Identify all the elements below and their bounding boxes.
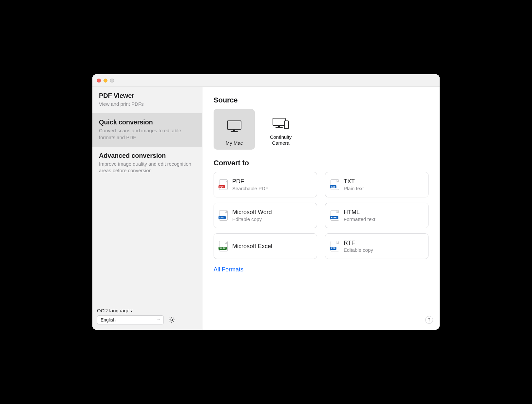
source-list: My Mac Continuity Camera bbox=[214, 109, 428, 150]
ocr-languages-label: OCR languages: bbox=[97, 308, 198, 313]
format-subtitle: Editable copy bbox=[344, 247, 373, 253]
svg-rect-1 bbox=[227, 121, 241, 129]
format-title: Microsoft Word bbox=[232, 209, 272, 216]
minimize-icon[interactable] bbox=[104, 79, 107, 83]
sidebar-item-subtitle: Improve image quality and edit recogniti… bbox=[99, 161, 196, 174]
sidebar: PDF Viewer View and print PDFs Quick con… bbox=[92, 87, 202, 330]
sidebar-item-pdf-viewer[interactable]: PDF Viewer View and print PDFs bbox=[92, 87, 202, 113]
titlebar bbox=[92, 74, 440, 87]
source-label: My Mac bbox=[226, 140, 243, 146]
format-subtitle: Searchable PDF bbox=[232, 186, 268, 191]
source-label: Continuity Camera bbox=[262, 134, 299, 147]
format-txt[interactable]: TXT TXT Plain text bbox=[325, 172, 428, 197]
window-body: PDF Viewer View and print PDFs Quick con… bbox=[92, 87, 440, 330]
rtf-file-icon: RTF bbox=[331, 241, 339, 251]
format-subtitle: Plain text bbox=[344, 186, 364, 191]
format-title: PDF bbox=[232, 178, 268, 185]
format-title: RTF bbox=[344, 240, 373, 247]
sidebar-list: PDF Viewer View and print PDFs Quick con… bbox=[92, 87, 202, 304]
main-content: Source My Mac bbox=[202, 87, 440, 330]
svg-rect-4 bbox=[231, 131, 238, 132]
chevron-down-icon bbox=[156, 317, 162, 323]
sidebar-item-title: Advanced conversion bbox=[99, 152, 196, 159]
format-pdf[interactable]: PDF PDF Searchable PDF bbox=[214, 172, 317, 197]
format-subtitle: Editable copy bbox=[232, 216, 272, 222]
svg-rect-3 bbox=[233, 129, 235, 131]
sidebar-item-subtitle: View and print PDFs bbox=[99, 101, 196, 107]
svg-rect-8 bbox=[284, 121, 289, 129]
ocr-language-select[interactable]: English bbox=[97, 315, 164, 324]
ocr-settings-button[interactable] bbox=[167, 315, 176, 324]
txt-file-icon: TXT bbox=[331, 179, 339, 190]
format-excel[interactable]: XLSX Microsoft Excel bbox=[214, 233, 317, 259]
sidebar-item-advanced-conversion[interactable]: Advanced conversion Improve image qualit… bbox=[92, 147, 202, 180]
gear-icon bbox=[168, 316, 175, 323]
app-window: PDF Viewer View and print PDFs Quick con… bbox=[92, 74, 440, 330]
svg-rect-5 bbox=[273, 118, 285, 125]
help-button[interactable]: ? bbox=[425, 316, 433, 324]
xlsx-file-icon: XLSX bbox=[219, 241, 228, 251]
pdf-file-icon: PDF bbox=[219, 179, 228, 190]
svg-rect-6 bbox=[278, 125, 280, 127]
svg-rect-7 bbox=[276, 127, 283, 128]
continuity-camera-icon bbox=[271, 112, 291, 134]
convert-heading: Convert to bbox=[214, 159, 428, 167]
format-grid: PDF PDF Searchable PDF TXT TXT Plain tex… bbox=[214, 172, 428, 259]
sidebar-footer: OCR languages: English bbox=[92, 304, 202, 330]
format-title: HTML bbox=[344, 209, 375, 216]
svg-point-0 bbox=[171, 319, 173, 321]
window-controls bbox=[97, 79, 114, 83]
format-title: TXT bbox=[344, 178, 364, 185]
zoom-icon[interactable] bbox=[110, 79, 114, 83]
all-formats-link[interactable]: All Formats bbox=[214, 266, 428, 273]
format-title: Microsoft Excel bbox=[232, 243, 272, 250]
format-html[interactable]: HTML HTML Formatted text bbox=[325, 203, 428, 228]
sidebar-item-subtitle: Convert scans and images to editable for… bbox=[99, 127, 196, 141]
html-file-icon: HTML bbox=[331, 210, 339, 221]
ocr-row: English bbox=[97, 315, 198, 324]
close-icon[interactable] bbox=[97, 79, 101, 83]
sidebar-item-quick-conversion[interactable]: Quick conversion Convert scans and image… bbox=[92, 113, 202, 147]
format-rtf[interactable]: RTF RTF Editable copy bbox=[325, 233, 428, 259]
doc-file-icon: DOC bbox=[219, 210, 228, 221]
help-icon: ? bbox=[428, 317, 430, 322]
source-continuity-camera[interactable]: Continuity Camera bbox=[260, 109, 301, 150]
desktop-icon bbox=[225, 112, 243, 140]
source-my-mac[interactable]: My Mac bbox=[214, 109, 255, 150]
sidebar-item-title: PDF Viewer bbox=[99, 92, 196, 100]
format-word[interactable]: DOC Microsoft Word Editable copy bbox=[214, 203, 317, 228]
format-subtitle: Formatted text bbox=[344, 216, 375, 222]
ocr-language-value: English bbox=[101, 317, 116, 322]
sidebar-item-title: Quick conversion bbox=[99, 119, 196, 126]
source-heading: Source bbox=[214, 96, 428, 104]
